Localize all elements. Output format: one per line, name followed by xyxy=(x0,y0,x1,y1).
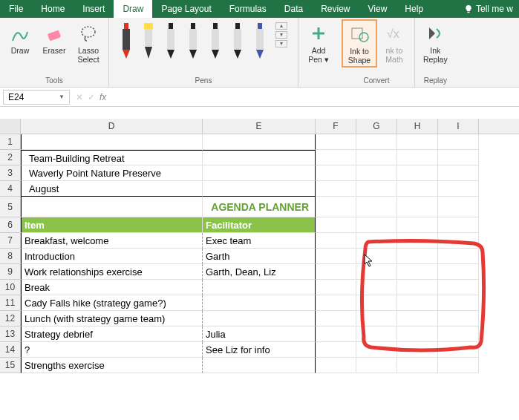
select-all-corner[interactable] xyxy=(0,119,21,134)
cell[interactable]: Break xyxy=(21,280,203,295)
tell-me-search[interactable]: Tell me w xyxy=(458,0,519,18)
convert-group-label: Convert xyxy=(363,75,389,87)
cell[interactable]: Breakfast, welcome xyxy=(21,233,203,249)
formula-input[interactable] xyxy=(112,90,519,105)
row-header[interactable]: 9 xyxy=(0,264,21,280)
svg-rect-21 xyxy=(258,23,262,29)
ink-replay-button[interactable]: InkReplay xyxy=(418,19,453,66)
tab-formulas[interactable]: Formulas xyxy=(221,0,275,18)
ribbon-group-pens: ▴▾▾ Pens xyxy=(109,18,298,87)
accept-formula-button[interactable]: ✓ xyxy=(88,92,95,102)
pen-black-3[interactable] xyxy=(206,22,225,59)
row-header[interactable]: 10 xyxy=(0,280,21,295)
cell[interactable]: Garth xyxy=(203,249,316,264)
row-header[interactable]: 6 xyxy=(0,217,21,233)
row-header[interactable]: 1 xyxy=(0,134,21,150)
cell[interactable]: Exec team xyxy=(203,233,316,249)
highlighter-yellow[interactable] xyxy=(139,22,158,59)
svg-rect-22 xyxy=(256,29,264,50)
tab-home[interactable]: Home xyxy=(32,0,74,18)
row-header[interactable]: 14 xyxy=(0,342,21,358)
ribbon-group-addpen: AddPen ▾ xyxy=(298,18,339,87)
pen-red[interactable] xyxy=(117,22,136,59)
row-header[interactable]: 7 xyxy=(0,233,21,249)
row-header[interactable]: 11 xyxy=(0,295,21,311)
tab-help[interactable]: Help xyxy=(396,0,432,18)
chevron-down-icon[interactable]: ▼ xyxy=(59,93,65,100)
spreadsheet-grid[interactable]: D E F G H I 1 2Team-Building Retreat 3Wa… xyxy=(0,119,519,373)
tab-file[interactable]: File xyxy=(0,0,32,18)
eraser-button[interactable]: Eraser xyxy=(37,19,71,58)
svg-marker-23 xyxy=(256,50,264,59)
row-header[interactable]: 5 xyxy=(0,197,21,217)
lasso-select-button[interactable]: LassoSelect xyxy=(71,19,105,66)
tab-view[interactable]: View xyxy=(359,0,396,18)
row-header[interactable]: 15 xyxy=(0,358,21,373)
table-header-facilitator[interactable]: Facilitator xyxy=(203,217,316,233)
row-header[interactable]: 13 xyxy=(0,327,21,342)
svg-rect-7 xyxy=(145,29,152,47)
svg-marker-5 xyxy=(123,50,130,59)
cell[interactable]: ? xyxy=(21,342,203,358)
svg-rect-6 xyxy=(144,23,153,29)
row-header[interactable]: 12 xyxy=(0,311,21,327)
row-header[interactable]: 2 xyxy=(0,150,21,165)
lightbulb-icon xyxy=(464,4,473,13)
formula-bar: E24 ▼ ✕ ✓ fx xyxy=(0,88,519,107)
row-header[interactable]: 4 xyxy=(0,181,21,197)
pen-gallery-more[interactable]: ▴▾▾ xyxy=(272,22,290,47)
add-pen-button[interactable]: AddPen ▾ xyxy=(301,19,336,66)
ink-replay-icon xyxy=(425,23,445,44)
svg-rect-3 xyxy=(124,23,128,29)
cell[interactable]: Strengths exercise xyxy=(21,358,203,373)
pen-black-1[interactable] xyxy=(161,22,180,59)
tab-insert[interactable]: Insert xyxy=(74,0,114,18)
tab-draw[interactable]: Draw xyxy=(114,0,152,18)
svg-rect-1 xyxy=(48,30,61,42)
col-header-d[interactable]: D xyxy=(21,119,203,134)
ribbon: Draw Eraser LassoSelect Tools ▴▾ xyxy=(0,18,519,88)
cell[interactable]: Lunch (with strategy game team) xyxy=(21,311,203,327)
fx-button[interactable]: fx xyxy=(99,92,106,102)
cell[interactable]: August xyxy=(21,181,203,197)
pen-galaxy[interactable] xyxy=(250,22,270,59)
cell[interactable]: Introduction xyxy=(21,249,203,264)
cell[interactable]: Team-Building Retreat xyxy=(21,150,203,165)
cell[interactable]: See Liz for info xyxy=(203,342,316,358)
cell[interactable]: Work relationships exercise xyxy=(21,264,203,280)
col-header-i[interactable]: I xyxy=(438,119,479,134)
row-header[interactable]: 3 xyxy=(0,165,21,181)
tools-group-label: Tools xyxy=(45,75,62,87)
cancel-formula-button[interactable]: ✕ xyxy=(76,92,83,102)
pen-black-4[interactable] xyxy=(228,22,247,59)
cell[interactable]: Julia xyxy=(203,327,316,342)
draw-button[interactable]: Draw xyxy=(3,19,37,58)
col-header-g[interactable]: G xyxy=(356,119,397,134)
lasso-icon xyxy=(78,23,99,44)
pen-gallery[interactable]: ▴▾▾ xyxy=(112,19,295,62)
svg-point-25 xyxy=(359,33,368,42)
table-header-item[interactable]: Item xyxy=(21,217,203,233)
cell[interactable]: Strategy debrief xyxy=(21,327,203,342)
cell[interactable]: Waverly Point Nature Preserve xyxy=(21,165,203,181)
pen-black-2[interactable] xyxy=(183,22,203,59)
ink-to-shape-button[interactable]: Ink toShape xyxy=(342,19,377,68)
col-header-e[interactable]: E xyxy=(203,119,316,134)
col-header-h[interactable]: H xyxy=(397,119,438,134)
name-box-value: E24 xyxy=(8,92,24,102)
name-box[interactable]: E24 ▼ xyxy=(3,90,70,105)
col-header-f[interactable]: F xyxy=(316,119,356,134)
svg-text:√x: √x xyxy=(387,27,399,40)
pens-group-label: Pens xyxy=(195,75,212,87)
cell[interactable]: Cady Falls hike (strategy game?) xyxy=(21,295,203,311)
tab-review[interactable]: Review xyxy=(312,0,359,18)
cell-agenda-title[interactable]: AGENDA PLANNER xyxy=(203,197,316,217)
plus-icon xyxy=(310,24,327,42)
row-header[interactable]: 8 xyxy=(0,249,21,264)
svg-point-2 xyxy=(82,27,95,37)
svg-marker-14 xyxy=(189,50,197,59)
cell[interactable]: Garth, Dean, Liz xyxy=(203,264,316,280)
tab-data[interactable]: Data xyxy=(275,0,312,18)
svg-rect-10 xyxy=(167,29,174,50)
tab-page-layout[interactable]: Page Layout xyxy=(152,0,220,18)
